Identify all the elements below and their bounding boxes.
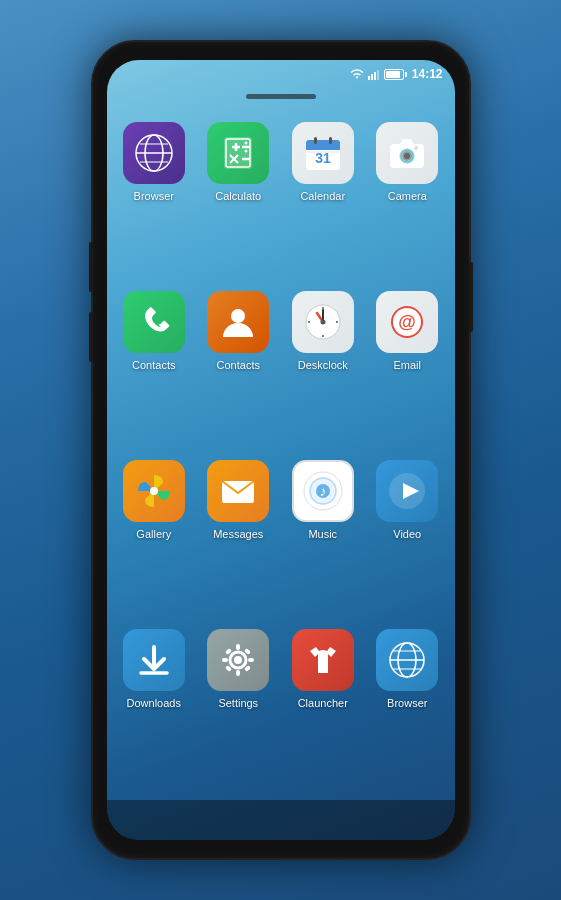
- volume-down-button[interactable]: [89, 312, 93, 362]
- video-icon: [376, 460, 438, 522]
- app-settings[interactable]: Settings: [196, 621, 281, 790]
- calculator-icon: [207, 122, 269, 184]
- svg-rect-1: [371, 74, 373, 80]
- svg-rect-0: [368, 76, 370, 80]
- app-calendar[interactable]: 31 Calendar: [281, 114, 366, 283]
- gallery-svg: [133, 470, 175, 512]
- svg-rect-58: [236, 644, 240, 650]
- browser-icon: [123, 122, 185, 184]
- status-bar: 14:12: [107, 60, 455, 88]
- email-label: Email: [393, 359, 421, 371]
- svg-point-57: [234, 656, 242, 664]
- app-camera[interactable]: Camera: [365, 114, 450, 283]
- svg-rect-25: [329, 137, 332, 144]
- app-music[interactable]: ♪ Music: [281, 452, 366, 621]
- browser-label: Browser: [134, 190, 174, 202]
- calendar-label: Calendar: [300, 190, 345, 202]
- gallery-label: Gallery: [136, 528, 171, 540]
- settings-svg: [217, 639, 259, 681]
- music-svg: ♪: [302, 470, 344, 512]
- app-calculator[interactable]: Calculato: [196, 114, 281, 283]
- status-time: 14:12: [412, 67, 443, 81]
- app-browser2[interactable]: Browser: [365, 621, 450, 790]
- browser2-svg: [386, 639, 428, 681]
- video-svg: [386, 470, 428, 512]
- contacts-green-icon: [123, 291, 185, 353]
- svg-rect-24: [314, 137, 317, 144]
- app-deskclock[interactable]: Deskclock: [281, 283, 366, 452]
- calendar-icon: 31: [292, 122, 354, 184]
- wifi-icon: [350, 69, 364, 80]
- svg-rect-2: [374, 72, 376, 80]
- messages-svg: [217, 470, 259, 512]
- svg-rect-9: [224, 137, 252, 169]
- svg-point-33: [231, 309, 245, 323]
- app-messages[interactable]: Messages: [196, 452, 281, 621]
- browser2-label: Browser: [387, 697, 427, 709]
- contacts-orange-svg: [217, 301, 259, 343]
- clauncher-icon: [292, 629, 354, 691]
- deskclock-icon: [292, 291, 354, 353]
- deskclock-label: Deskclock: [298, 359, 348, 371]
- app-contacts-person[interactable]: Contacts: [196, 283, 281, 452]
- signal-icon: [368, 69, 380, 80]
- downloads-label: Downloads: [127, 697, 181, 709]
- app-clauncher[interactable]: Clauncher: [281, 621, 366, 790]
- camera-label: Camera: [388, 190, 427, 202]
- svg-point-30: [404, 153, 410, 159]
- contacts-orange-icon: [207, 291, 269, 353]
- app-downloads[interactable]: Downloads: [112, 621, 197, 790]
- contacts-green-label: Contacts: [132, 359, 175, 371]
- deskclock-svg: [302, 301, 344, 343]
- speaker-grill: [246, 94, 316, 99]
- email-icon: @: [376, 291, 438, 353]
- messages-label: Messages: [213, 528, 263, 540]
- music-label: Music: [308, 528, 337, 540]
- svg-text:♪: ♪: [319, 483, 326, 499]
- app-contacts-phone[interactable]: Contacts: [112, 283, 197, 452]
- battery-fill: [386, 71, 400, 78]
- camera-svg: [386, 132, 428, 174]
- svg-point-14: [245, 142, 248, 145]
- downloads-svg: [133, 639, 175, 681]
- gallery-icon: [123, 460, 185, 522]
- music-icon: ♪: [292, 460, 354, 522]
- contacts-orange-label: Contacts: [217, 359, 260, 371]
- svg-text:@: @: [398, 312, 416, 332]
- settings-label: Settings: [218, 697, 258, 709]
- svg-rect-59: [236, 670, 240, 676]
- phone-frame: 14:12 Browser: [91, 40, 471, 860]
- svg-point-31: [414, 146, 418, 150]
- app-gallery[interactable]: Gallery: [112, 452, 197, 621]
- app-browser[interactable]: Browser: [112, 114, 197, 283]
- status-icons: 14:12: [350, 67, 443, 81]
- power-button[interactable]: [469, 262, 473, 332]
- app-email[interactable]: @ Email: [365, 283, 450, 452]
- svg-point-38: [320, 320, 325, 325]
- calculator-svg: [218, 133, 258, 173]
- video-label: Video: [393, 528, 421, 540]
- svg-point-15: [245, 150, 248, 153]
- app-video[interactable]: Video: [365, 452, 450, 621]
- clauncher-svg: [302, 639, 344, 681]
- camera-icon: [376, 122, 438, 184]
- battery-icon: [384, 69, 404, 80]
- svg-rect-61: [248, 658, 254, 662]
- downloads-icon: [123, 629, 185, 691]
- settings-icon: [207, 629, 269, 691]
- calculator-label: Calculato: [215, 190, 261, 202]
- svg-marker-27: [400, 139, 414, 144]
- messages-icon: [207, 460, 269, 522]
- email-svg: @: [386, 301, 428, 343]
- navigation-bar: [107, 800, 455, 840]
- browser2-icon: [376, 629, 438, 691]
- volume-up-button[interactable]: [89, 242, 93, 292]
- contacts-green-svg: [133, 301, 175, 343]
- clauncher-label: Clauncher: [298, 697, 348, 709]
- phone-screen: 14:12 Browser: [107, 60, 455, 840]
- svg-rect-60: [222, 658, 228, 662]
- notch-area: [107, 88, 455, 104]
- svg-point-46: [150, 487, 158, 495]
- app-grid: Browser: [107, 104, 455, 800]
- svg-rect-3: [377, 70, 379, 80]
